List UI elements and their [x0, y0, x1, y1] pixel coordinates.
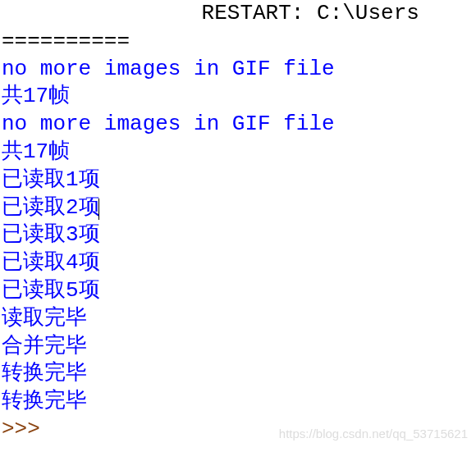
output-line: 已读取3项: [0, 221, 476, 249]
restart-header: RESTART: C:\Users: [0, 0, 476, 28]
watermark: https://blog.csdn.net/qq_53715621: [279, 426, 468, 442]
output-line: no more images in GIF file: [0, 56, 476, 84]
output-line: 转换完毕: [0, 360, 476, 388]
output-line: 共17帧: [0, 139, 476, 167]
output-line: 合并完毕: [0, 333, 476, 361]
output-line: no more images in GIF file: [0, 111, 476, 139]
output-line: 已读取4项: [0, 249, 476, 277]
output-line: 已读取5项: [0, 277, 476, 305]
separator-line: ==========: [0, 28, 476, 56]
text-cursor: [98, 199, 99, 220]
output-line: 转换完毕: [0, 388, 476, 416]
output-line: 读取完毕: [0, 305, 476, 333]
output-line: 已读取1项: [0, 167, 476, 194]
output-line: 已读取2项: [0, 194, 476, 222]
output-line: 共17帧: [0, 83, 476, 111]
python-console: RESTART: C:\Users ========== no more ima…: [0, 0, 476, 444]
